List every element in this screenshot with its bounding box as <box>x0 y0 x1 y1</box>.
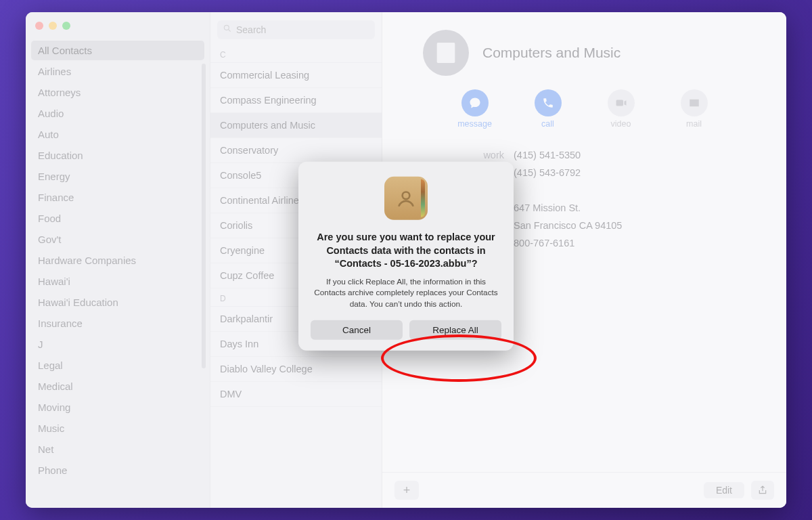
contacts-window: All ContactsAirlinesAttorneysAudioAutoEd… <box>26 12 786 508</box>
replace-confirm-dialog: Are you sure you want to replace your Co… <box>298 162 514 351</box>
dialog-title: Are you sure you want to replace your Co… <box>311 231 501 271</box>
dialog-message: If you click Replace All, the informatio… <box>311 276 501 309</box>
replace-all-button[interactable]: Replace All <box>409 320 501 340</box>
contacts-app-icon <box>384 177 428 220</box>
cancel-button[interactable]: Cancel <box>311 320 403 340</box>
svg-point-12 <box>403 192 410 199</box>
